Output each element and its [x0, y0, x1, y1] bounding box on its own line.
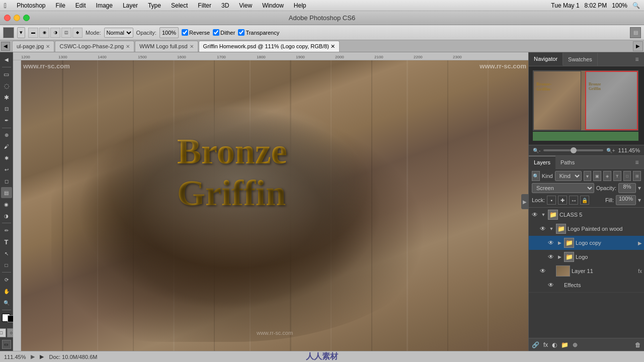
menu-layer[interactable]: Layer	[121, 2, 140, 9]
tabs-collapse-left[interactable]: ◀	[1, 42, 10, 51]
add-mask-icon[interactable]: ◐	[552, 341, 557, 348]
tab-close-cswc[interactable]: ✕	[126, 44, 130, 49]
visibility-eye-layer11[interactable]: 👁	[539, 267, 547, 275]
tool-history-brush[interactable]: ↩	[1, 164, 12, 175]
quick-mask-off[interactable]: □	[0, 328, 6, 337]
tab-close-wwm[interactable]: ✕	[190, 44, 194, 49]
filter-smart-icon[interactable]: ⊞	[633, 171, 641, 181]
tool-brush[interactable]: 🖌	[1, 141, 12, 152]
tool-dodge[interactable]: ◑	[1, 210, 12, 221]
zoom-in-icon[interactable]: 🔍+	[606, 148, 615, 153]
tab-layers[interactable]: Layers	[529, 156, 555, 169]
tab-swatches[interactable]: Swatches	[563, 53, 598, 66]
layer-item-logo[interactable]: 👁 ▶ 📁 Logo	[529, 250, 644, 264]
lock-move-icon[interactable]: ↔	[569, 196, 578, 205]
opacity-value[interactable]: 100%	[159, 27, 179, 38]
opacity-value[interactable]: 8%	[618, 183, 636, 193]
menu-help[interactable]: Help	[292, 2, 308, 9]
tab-close-ul-page[interactable]: ✕	[46, 44, 50, 49]
tool-quick-selection[interactable]: ✱	[1, 92, 12, 103]
layer-item-layer11[interactable]: 👁 ▶ Layer 11 fx	[529, 264, 644, 278]
screen-mode-btn[interactable]: ▭	[2, 340, 11, 349]
layer-item-logo-painted[interactable]: 👁 ▼ 📁 Logo Painted on wood	[529, 222, 644, 236]
filter-shape-icon[interactable]: □	[623, 171, 631, 181]
expand-logo[interactable]: ▶	[556, 254, 562, 260]
menu-window[interactable]: Window	[260, 2, 286, 9]
gradient-radial[interactable]: ◉	[39, 28, 49, 38]
menu-view[interactable]: View	[237, 2, 254, 9]
apple-logo[interactable]: 	[4, 2, 7, 10]
tab-wwm-logo[interactable]: WWM Logo full.psd ✕	[135, 41, 198, 52]
menu-edit[interactable]: Edit	[73, 2, 88, 9]
tool-expand-left[interactable]: ◀	[1, 54, 12, 65]
gradient-angle[interactable]: ◑	[50, 28, 60, 38]
close-button[interactable]	[4, 15, 11, 21]
lock-all-icon[interactable]: 🔒	[580, 196, 589, 205]
navigator-thumbnail[interactable]: Bronze-Griffin- BronzeGriffin	[533, 70, 638, 131]
menu-3d[interactable]: 3D	[219, 2, 231, 9]
new-group-icon[interactable]: 📁	[561, 341, 569, 348]
lock-position-icon[interactable]: ✚	[558, 196, 567, 205]
expand-logo-copy[interactable]: ▶	[556, 240, 562, 246]
kind-dropdown[interactable]: ▾	[584, 171, 592, 181]
minimize-button[interactable]	[14, 15, 20, 21]
panel-toggle-icon[interactable]: ▤	[630, 27, 641, 38]
tab-navigator[interactable]: Navigator	[529, 53, 563, 66]
visibility-eye-effects[interactable]: 👁	[547, 281, 555, 289]
filter-adjust-icon[interactable]: ◈	[603, 171, 611, 181]
layers-panel-menu-icon[interactable]: ≡	[632, 157, 642, 167]
tool-rectangular-marquee[interactable]: ▭	[1, 69, 12, 80]
filter-pixel-icon[interactable]: ▣	[593, 171, 601, 181]
transparency-check[interactable]: Transparency	[238, 29, 279, 36]
tool-clone-stamp[interactable]: ✱	[1, 153, 12, 164]
tab-ul-page[interactable]: ul-page.jpg ✕	[12, 41, 54, 52]
gradient-diamond[interactable]: ◆	[72, 28, 83, 38]
tool-hand[interactable]: ✋	[1, 286, 12, 297]
expand-class5[interactable]: ▼	[540, 212, 546, 218]
tool-blur[interactable]: ◉	[1, 199, 12, 210]
menu-filter[interactable]: Filter	[196, 2, 213, 9]
zoom-out-icon[interactable]: 🔍-	[533, 148, 540, 153]
menu-type[interactable]: Type	[146, 2, 163, 9]
layer-item-logo-copy[interactable]: 👁 ▶ 📁 Logo copy ▶	[529, 236, 644, 250]
panel-collapse-button[interactable]: ▶	[521, 194, 528, 209]
menu-image[interactable]: Image	[94, 2, 115, 9]
tool-crop[interactable]: ⊡	[1, 104, 12, 115]
tool-path-select[interactable]: ↖	[1, 248, 12, 259]
panel-options-icon[interactable]: ≡	[632, 54, 642, 64]
search-icon[interactable]: 🔍	[632, 2, 640, 9]
layer-item-class5[interactable]: 👁 ▼ 📁 CLASS 5	[529, 208, 644, 222]
visibility-eye-logo-copy[interactable]: 👁	[547, 239, 555, 247]
tool-type[interactable]: T	[1, 236, 12, 247]
maximize-button[interactable]	[23, 15, 30, 21]
gradient-linear[interactable]: ▬	[28, 28, 38, 38]
tab-cswc-logo[interactable]: CSWC-Logo-Phase-2.png ✕	[55, 41, 134, 52]
lock-pixels-icon[interactable]: ▪	[547, 196, 556, 205]
blend-mode-select[interactable]: Screen	[532, 183, 594, 193]
menu-file[interactable]: File	[54, 2, 67, 9]
tool-eyedropper[interactable]: ✒	[1, 115, 12, 126]
gradient-options[interactable]: ▾	[17, 27, 25, 38]
reverse-check[interactable]: Reverse	[182, 29, 210, 36]
visibility-eye-logo-painted[interactable]: 👁	[539, 225, 547, 233]
tool-zoom[interactable]: 🔍	[1, 297, 12, 308]
tool-lasso[interactable]: ◌	[1, 80, 12, 92]
status-play-btn[interactable]: ▶	[40, 353, 44, 360]
visibility-eye-logo[interactable]: 👁	[547, 253, 555, 261]
dither-check[interactable]: Dither	[213, 29, 235, 36]
fill-dropdown-icon[interactable]: ▾	[638, 197, 641, 204]
menu-select[interactable]: Select	[169, 2, 190, 9]
delete-layer-icon[interactable]: 🗑	[635, 341, 641, 348]
tabs-scroll-right[interactable]: ▶	[633, 41, 643, 51]
link-layers-icon[interactable]: 🔗	[532, 341, 539, 348]
visibility-eye-class5[interactable]: 👁	[531, 211, 539, 219]
canvas-viewport[interactable]: Bronze Griffin www.rr-sc.com www.rr-sc.c…	[21, 60, 528, 351]
fx-icon-layer11[interactable]: fx	[638, 268, 642, 274]
menu-photoshop[interactable]: Photoshop	[15, 2, 47, 9]
gradient-reflected[interactable]: ◫	[61, 28, 71, 38]
tool-gradient[interactable]: ▤	[1, 187, 12, 198]
kind-select[interactable]: Kind	[555, 171, 582, 181]
tool-healing-brush[interactable]: ⊕	[1, 130, 12, 141]
tool-shape[interactable]: □	[1, 259, 12, 270]
tab-paths[interactable]: Paths	[555, 156, 580, 169]
